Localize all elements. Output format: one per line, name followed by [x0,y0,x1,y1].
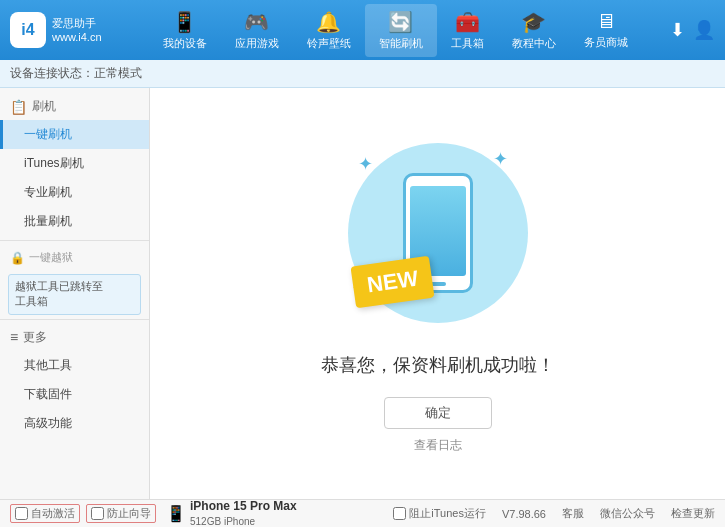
sidebar-section-flash: 📋 刷机 一键刷机 iTunes刷机 专业刷机 批量刷机 [0,93,149,236]
ringtones-icon: 🔔 [316,10,341,34]
app-header: i4 爱思助手 www.i4.cn 📱 我的设备 🎮 应用游戏 🔔 铃声壁纸 🔄… [0,0,725,60]
sidebar-item-itunes-flash[interactable]: iTunes刷机 [0,149,149,178]
nav-my-devices[interactable]: 📱 我的设备 [149,4,221,57]
business-icon: 🖥 [596,10,616,33]
nav-smart-flash[interactable]: 🔄 智能刷机 [365,4,437,57]
sidebar: 📋 刷机 一键刷机 iTunes刷机 专业刷机 批量刷机 🔒 一键越狱 越 [0,88,150,499]
header-actions: ⬇ 👤 [670,19,715,41]
time-guide-label: 防止向导 [107,506,151,521]
sidebar-section-jailbreak: 🔒 一键越狱 越狱工具已跳转至工具箱 [0,245,149,315]
bottom-bar: 自动激活 防止向导 📱 iPhone 15 Pro Max 512GB iPho… [0,499,725,527]
auto-activate-option[interactable]: 自动激活 [10,504,80,523]
nav-toolbox[interactable]: 🧰 工具箱 [437,4,498,57]
status-toolbar: 设备连接状态： 正常模式 [0,60,725,88]
confirm-button[interactable]: 确定 [384,397,492,429]
flash-icon: 🔄 [388,10,413,34]
divider-2 [0,319,149,320]
jailbreak-notice: 越狱工具已跳转至工具箱 [8,274,141,315]
sidebar-item-download-firmware[interactable]: 下载固件 [0,380,149,409]
phone-illustration: ✦ ✦ ✦ NEW [338,133,538,333]
customer-service-link[interactable]: 客服 [562,506,584,521]
version-info: 阻止iTunes运行 V7.98.66 客服 微信公众号 检查更新 [393,506,715,521]
nav-business-label: 务员商城 [584,35,628,50]
sparkle-tr-icon: ✦ [493,148,508,170]
sidebar-section-more: ≡ 更多 其他工具 下载固件 高级功能 [0,324,149,438]
nav-devices-label: 我的设备 [163,36,207,51]
device-sub-info: 512GB iPhone [190,515,297,527]
toolbox-icon: 🧰 [455,10,480,34]
flash-section-icon: 📋 [10,99,27,115]
itunes-checkbox[interactable] [393,507,406,520]
sidebar-group-more: ≡ 更多 [0,324,149,351]
divider-1 [0,240,149,241]
nav-ringtones-label: 铃声壁纸 [307,36,351,51]
main-area: 📋 刷机 一键刷机 iTunes刷机 专业刷机 批量刷机 🔒 一键越狱 越 [0,88,725,499]
app-logo: i4 爱思助手 www.i4.cn [10,12,120,48]
time-guide-option[interactable]: 防止向导 [86,504,156,523]
view-log-link[interactable]: 查看日志 [414,437,462,454]
success-message: 恭喜您，保资料刷机成功啦！ [321,353,555,377]
flash-section-label: 刷机 [32,98,56,115]
sidebar-item-pro-flash[interactable]: 专业刷机 [0,178,149,207]
itunes-check[interactable]: 阻止iTunes运行 [393,506,486,521]
sidebar-group-jailbreak: 🔒 一键越狱 [0,245,149,270]
device-options: 自动激活 防止向导 [10,504,156,523]
logo-text: 爱思助手 www.i4.cn [52,16,102,45]
nav-tutorials-label: 教程中心 [512,36,556,51]
lock-icon: 🔒 [10,251,25,265]
nav-ringtones[interactable]: 🔔 铃声壁纸 [293,4,365,57]
user-button[interactable]: 👤 [693,19,715,41]
sidebar-item-batch-flash[interactable]: 批量刷机 [0,207,149,236]
device-info: 📱 iPhone 15 Pro Max 512GB iPhone [166,499,297,527]
main-content: ✦ ✦ ✦ NEW 恭喜您，保资料刷机成功啦！ 确定 查看日志 [150,88,725,499]
sidebar-group-flash: 📋 刷机 [0,93,149,120]
nav-flash-label: 智能刷机 [379,36,423,51]
apps-icon: 🎮 [244,10,269,34]
tutorials-icon: 🎓 [521,10,546,34]
sidebar-item-one-click-flash[interactable]: 一键刷机 [0,120,149,149]
itunes-label: 阻止iTunes运行 [409,506,486,521]
main-nav: 📱 我的设备 🎮 应用游戏 🔔 铃声壁纸 🔄 智能刷机 🧰 工具箱 🎓 教程中心… [120,4,670,57]
nav-apps-games[interactable]: 🎮 应用游戏 [221,4,293,57]
device-details: iPhone 15 Pro Max 512GB iPhone [190,499,297,527]
nav-tutorials[interactable]: 🎓 教程中心 [498,4,570,57]
more-section-icon: ≡ [10,329,18,345]
check-update-link[interactable]: 检查更新 [671,506,715,521]
nav-apps-label: 应用游戏 [235,36,279,51]
sidebar-item-advanced[interactable]: 高级功能 [0,409,149,438]
nav-business[interactable]: 🖥 务员商城 [570,4,642,57]
sidebar-item-other-tools[interactable]: 其他工具 [0,351,149,380]
wechat-link[interactable]: 微信公众号 [600,506,655,521]
time-guide-checkbox[interactable] [91,507,104,520]
auto-activate-checkbox[interactable] [15,507,28,520]
device-storage: 512GB [190,516,221,527]
device-phone-icon: 📱 [166,504,186,523]
connection-label: 设备连接状态： [10,65,94,82]
logo-icon: i4 [10,12,46,48]
device-name: iPhone 15 Pro Max [190,499,297,515]
download-button[interactable]: ⬇ [670,19,685,41]
auto-activate-label: 自动激活 [31,506,75,521]
devices-icon: 📱 [172,10,197,34]
nav-toolbox-label: 工具箱 [451,36,484,51]
version-number: V7.98.66 [502,508,546,520]
device-type-label: iPhone [224,516,255,527]
sparkle-tl-icon: ✦ [358,153,373,175]
connection-status: 正常模式 [94,65,142,82]
